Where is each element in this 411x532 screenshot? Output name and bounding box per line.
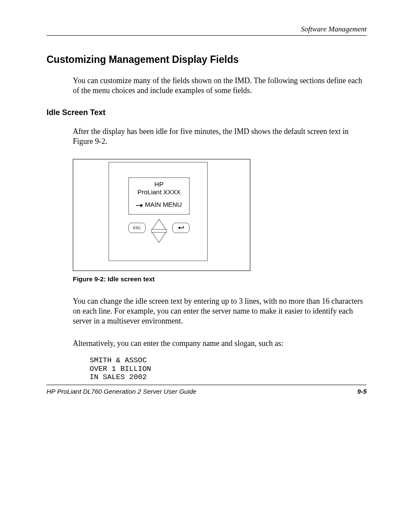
svg-marker-2 <box>178 227 180 229</box>
enter-icon <box>177 225 185 230</box>
idle-paragraph: After the display has been idle for five… <box>73 127 367 147</box>
code-line-1: SMITH & ASSOC <box>90 356 147 364</box>
figure-9-2: HP ProLiant XXXX MAIN MENU ESC <box>73 159 367 271</box>
intro-paragraph: You can customize many of the fields sho… <box>73 76 367 96</box>
change-text-paragraph: You can change the idle screen text by e… <box>73 296 367 327</box>
code-line-2: OVER 1 BILLION <box>90 365 151 373</box>
arrow-right-icon <box>136 202 143 209</box>
lcd-line-1: HP <box>129 178 189 189</box>
document-page: Software Management Customizing Manageme… <box>0 0 411 532</box>
svg-marker-1 <box>140 204 143 207</box>
header-section-title: Software Management <box>301 25 367 33</box>
down-arrow-icon <box>153 233 165 242</box>
code-line-3: IN SALES 2002 <box>90 373 147 381</box>
figure-caption: Figure 9-2: Idle screen text <box>73 275 367 283</box>
up-arrow-icon <box>153 220 165 229</box>
lcd-line-2: ProLiant XXXX <box>129 188 189 196</box>
footer-page-number: 9-5 <box>357 388 367 395</box>
enter-button <box>172 223 190 233</box>
lcd-screen: HP ProLiant XXXX MAIN MENU <box>128 177 190 215</box>
page-footer: HP ProLiant DL760 Generation 2 Server Us… <box>47 385 367 395</box>
footer-title: HP ProLiant DL760 Generation 2 Server Us… <box>47 388 196 395</box>
heading-customizing: Customizing Management Display Fields <box>47 54 367 65</box>
esc-button: ESC <box>128 223 146 233</box>
example-code-block: SMITH & ASSOC OVER 1 BILLION IN SALES 20… <box>90 356 367 382</box>
lcd-menu-text: MAIN MENU <box>145 201 182 208</box>
heading-idle-screen: Idle Screen Text <box>47 108 367 117</box>
alternative-paragraph: Alternatively, you can enter the company… <box>73 339 367 348</box>
device-outline: HP ProLiant XXXX MAIN MENU ESC <box>73 159 250 271</box>
page-header: Software Management <box>47 25 367 36</box>
button-row: ESC <box>128 220 190 241</box>
lcd-menu-line: MAIN MENU <box>129 196 189 209</box>
